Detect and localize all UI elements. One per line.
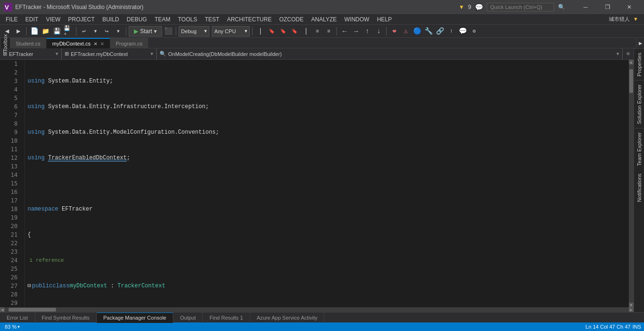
tb-icon4[interactable]: 🔧: [423, 26, 434, 37]
tb-icon1[interactable]: ❤: [389, 26, 399, 37]
editor-zoom-btn[interactable]: ⊕: [622, 48, 634, 60]
middle-selector-label: EFTracker.myDbContext: [71, 51, 128, 57]
tb-icon7[interactable]: 💬: [457, 26, 468, 37]
menu-project[interactable]: PROJECT: [64, 15, 98, 24]
tb-btn1[interactable]: |: [255, 26, 265, 37]
toolbox-handle[interactable]: Toolbox: [0, 38, 10, 48]
new-project-btn[interactable]: 📄: [29, 26, 39, 37]
menu-test[interactable]: TEST: [201, 15, 223, 24]
left-selector-arrow[interactable]: ▾: [56, 51, 58, 57]
save-btn[interactable]: 💾: [52, 26, 62, 37]
tab-program[interactable]: Program.cs: [110, 38, 149, 48]
tab-package-manager[interactable]: Package Manager Console: [97, 313, 174, 323]
code-line-6: namespace EFTracker: [28, 205, 629, 213]
horizontal-scrollbar[interactable]: ◀ ▶: [0, 307, 634, 312]
menu-view[interactable]: VIEW: [42, 15, 65, 24]
menu-team[interactable]: TEAM: [151, 15, 174, 24]
tb-btn4[interactable]: 🔖: [289, 26, 300, 37]
platform-dropdown[interactable]: Any CPU ▾: [212, 26, 250, 37]
code-line-4: using TrackerEnabledDbContext;: [28, 154, 629, 162]
tb-icon2[interactable]: ⚠: [400, 26, 411, 37]
menu-architecture[interactable]: ARCHITECTURE: [223, 15, 275, 24]
undo-dropdown-btn[interactable]: ▾: [90, 26, 101, 37]
tab-output[interactable]: Output: [173, 313, 203, 323]
tb-btn3[interactable]: 🔖: [278, 26, 288, 37]
solution-explorer-btn[interactable]: Solution Explorer: [634, 80, 644, 128]
notifications-btn[interactable]: Notifications: [634, 170, 644, 206]
tb-btn8[interactable]: ←: [339, 26, 350, 37]
menu-build[interactable]: BUILD: [98, 15, 123, 24]
tb-btn11[interactable]: ↓: [373, 26, 384, 37]
status-zoom[interactable]: 83 % ▾: [3, 324, 22, 330]
vert-scroll-thumb[interactable]: [629, 69, 633, 93]
tb-icon3[interactable]: 🔵: [412, 26, 422, 37]
tb-icon6[interactable]: !: [446, 26, 456, 37]
code-line-8: ⊟public class myDbContext : TrackerConte…: [28, 282, 629, 290]
tb-icon8[interactable]: ⚙: [469, 26, 479, 37]
tb-btn2[interactable]: 🔖: [266, 26, 277, 37]
title-right-area: ▼ 9 💬 Quick Launch (Ctrl+Q) 🔍 ─ ❐ ✕: [459, 0, 640, 14]
menu-window[interactable]: WINDOW: [341, 15, 373, 24]
tab-mydbcontext[interactable]: myDbContext.cs ✕ ✕: [47, 38, 110, 48]
menu-bar: FILE EDIT VIEW PROJECT BUILD DEBUG TEAM …: [0, 14, 644, 25]
minimize-btn[interactable]: ─: [575, 0, 597, 14]
tb-btn6[interactable]: ≡: [312, 26, 322, 37]
status-bar: 83 % ▾ Ln 14 Col 47 Ch 47 INS: [0, 322, 644, 331]
vertical-scrollbar[interactable]: ▲ ▼: [629, 60, 634, 307]
horiz-scroll-thumb[interactable]: [9, 308, 56, 312]
tab-find-symbol[interactable]: Find Symbol Results: [35, 313, 97, 323]
right-selector-icon: 🔍: [160, 51, 166, 57]
tab-azure[interactable]: Azure App Service Activity: [250, 313, 325, 323]
middle-selector[interactable]: ⊞ EFTracker.myDbContext ▾: [62, 48, 157, 60]
right-selector-arrow[interactable]: ▾: [616, 51, 619, 57]
open-btn[interactable]: 📁: [40, 26, 51, 37]
sep7: [386, 27, 387, 36]
menu-tools[interactable]: TOOLS: [174, 15, 201, 24]
menu-help[interactable]: HELP: [373, 15, 396, 24]
tb-btn7[interactable]: ≡: [323, 26, 334, 37]
close-btn[interactable]: ✕: [618, 0, 640, 14]
search-label: Quick Launch (Ctrl+Q): [487, 3, 554, 11]
code-content[interactable]: using System.Data.Entity; using System.D…: [25, 60, 629, 307]
code-editor[interactable]: 1 2 3 4 5 6 7 8 9 10 11 12 13 14 15 16 1: [0, 60, 634, 307]
code-line-ref8: 1 reference: [28, 256, 629, 265]
tb-btn10[interactable]: ↑: [362, 26, 372, 37]
sep2: [76, 27, 76, 36]
save-all-btn[interactable]: 💾+: [63, 26, 74, 37]
menu-file[interactable]: FILE: [2, 15, 21, 24]
team-explorer-btn[interactable]: Team Explorer: [634, 128, 644, 170]
redo-btn[interactable]: ↪: [102, 26, 112, 37]
forward-btn[interactable]: ▶: [13, 26, 24, 37]
tb-btn9[interactable]: →: [350, 26, 361, 37]
code-line-3: using System.Data.Entity.ModelConfigurat…: [28, 128, 629, 137]
tab-scroll-right[interactable]: ▶: [636, 38, 644, 48]
tab-error-list[interactable]: Error List: [0, 313, 35, 323]
restore-btn[interactable]: ❐: [597, 0, 618, 14]
start-dropdown[interactable]: ▾: [154, 28, 157, 35]
app-icon: V EFTracker - Microsoft Visual Studio (A…: [4, 3, 459, 11]
start-button[interactable]: ▶ Start ▾: [129, 26, 162, 37]
middle-selector-arrow[interactable]: ▾: [151, 51, 153, 57]
tb-icon5[interactable]: 🔗: [435, 26, 445, 37]
filter-icon: ▼: [459, 4, 464, 10]
right-selector[interactable]: 🔍 OnModelCreating(DbModelBuilder modelBu…: [157, 48, 622, 60]
main-editor-area: ⊞ EFTracker ▾ ⊞ EFTracker.myDbContext ▾ …: [0, 48, 644, 312]
zoom-dropdown[interactable]: ▾: [18, 324, 20, 329]
search-icon[interactable]: 🔍: [558, 4, 565, 10]
sep3: [126, 27, 126, 36]
pause-btn[interactable]: ⬛: [163, 26, 173, 37]
tab-close-mydbcontext[interactable]: ✕: [100, 41, 104, 46]
tab-find-results[interactable]: Find Results 1: [203, 313, 250, 323]
debug-mode-dropdown[interactable]: Debug ▾: [179, 26, 209, 37]
tb-btn5[interactable]: |: [301, 26, 311, 37]
undo-btn[interactable]: ↩: [79, 26, 89, 37]
menu-analyze[interactable]: ANALYZE: [307, 15, 341, 24]
tab-student[interactable]: Student.cs: [10, 38, 47, 48]
left-selector[interactable]: ⊞ EFTracker ▾: [0, 48, 62, 60]
properties-panel-btn[interactable]: Properties: [634, 48, 644, 80]
redo-dropdown-btn[interactable]: ▾: [113, 26, 123, 37]
menu-edit[interactable]: EDIT: [21, 15, 42, 24]
tab-mydbcontext-label: myDbContext.cs: [52, 41, 91, 46]
menu-debug[interactable]: DEBUG: [123, 15, 151, 24]
menu-ozcode[interactable]: OZCODE: [275, 15, 307, 24]
